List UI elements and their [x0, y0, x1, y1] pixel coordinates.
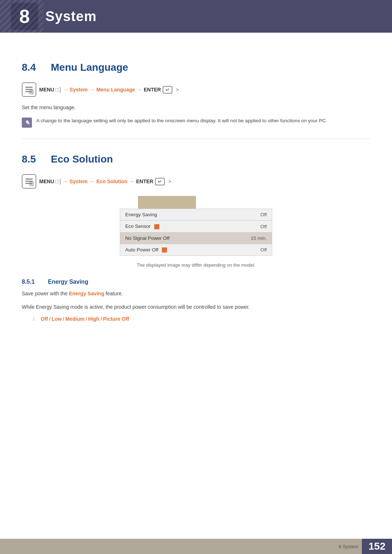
- option-medium: Medium: [65, 316, 85, 322]
- section-divider: [22, 139, 370, 139]
- section-85-title: Eco Solution: [51, 153, 113, 165]
- eco-menu-value-autopoweroff: Off: [222, 244, 272, 255]
- nav-menu-label: MENU: [39, 87, 54, 93]
- image-note: The displayed image may differ depending…: [22, 262, 370, 268]
- nav-enter-label-2: ENTER: [136, 178, 153, 184]
- option-off: Off: [41, 316, 48, 322]
- section-85-nav: m MENU □ ] → System → Eco Solution → ENT…: [22, 174, 370, 189]
- nav-gt: >: [176, 87, 179, 93]
- nav-arrow-1: →: [63, 87, 68, 93]
- eco-menu-container: Energy Saving Off Eco Sensor Off No Sign…: [120, 196, 272, 256]
- subsection-851-desc1: Save power with the Energy Saving featur…: [22, 290, 370, 297]
- svg-text:m: m: [30, 183, 33, 186]
- section-84-description: Set the menu language.: [22, 103, 370, 111]
- section-84-nav: m MENU □ ] → System → Menu Language → EN…: [22, 82, 370, 97]
- eco-menu-label-autopoweroff: Auto Power Off: [120, 244, 222, 255]
- main-content: 8.4 Menu Language m MENU □ ] → System → …: [0, 33, 392, 354]
- eco-menu-label-nosignal: No Signal Power Off: [120, 232, 222, 244]
- footer-page-number: 152: [362, 539, 392, 554]
- nav-enter-icon-2: ↵: [155, 178, 165, 185]
- svg-rect-0: [25, 87, 33, 88]
- section-85-heading: 8.5 Eco Solution: [22, 153, 370, 165]
- option-picture-off: Picture Off: [103, 316, 129, 322]
- nav-link-ecosol: Eco Solution: [96, 178, 127, 184]
- eco-menu-row-autopoweroff: Auto Power Off Off: [120, 244, 272, 255]
- nav-arrow-3: →: [137, 87, 142, 93]
- section-84-note: ✎ A change to the language setting will …: [22, 117, 370, 128]
- eco-menu-row-ecosensor: Eco Sensor Off: [120, 221, 272, 232]
- nav-link-system: System: [70, 87, 88, 93]
- section-85-number: 8.5: [22, 153, 44, 165]
- eco-menu-table: Energy Saving Off Eco Sensor Off No Sign…: [120, 209, 272, 256]
- nav-bracket-2: ]: [60, 178, 61, 184]
- svg-text:m: m: [30, 91, 33, 94]
- note-icon: ✎: [22, 118, 32, 128]
- eco-menu-image: Energy Saving Off Eco Sensor Off No Sign…: [22, 196, 370, 256]
- note-text: A change to the language setting will on…: [36, 117, 327, 125]
- nav-menu-label-2: MENU: [39, 178, 54, 184]
- nav-arrow-2: →: [89, 87, 94, 93]
- nav-enter-icon: ↵: [163, 86, 172, 94]
- option-low: Low: [52, 316, 62, 322]
- chapter-title: System: [45, 9, 97, 24]
- menu-icon-2: m: [22, 174, 36, 189]
- option-high: High: [88, 316, 99, 322]
- page-header: 8 System: [0, 0, 392, 33]
- auto-power-bar: [162, 247, 167, 253]
- section-84-heading: 8.4 Menu Language: [22, 62, 370, 73]
- svg-rect-5: [25, 178, 33, 180]
- eco-menu-top-bar: [138, 196, 196, 209]
- page-footer: 8 System 152: [0, 539, 392, 554]
- energy-saving-bold: Energy Saving: [69, 291, 104, 296]
- eco-sensor-bar: [154, 224, 159, 229]
- eco-menu-label-energy: Energy Saving: [120, 209, 222, 221]
- eco-menu-row-energy: Energy Saving Off: [120, 209, 272, 221]
- eco-menu-label-ecosensor: Eco Sensor: [120, 221, 222, 232]
- energy-saving-options: Off / Low / Medium / High / Picture Off: [33, 316, 370, 322]
- subsection-851-heading: 8.5.1 Energy Saving: [22, 279, 370, 285]
- nav-arrow-2b: →: [89, 178, 94, 184]
- nav-bracket-open-2: □: [55, 178, 58, 184]
- nav-arrow-1b: →: [63, 178, 68, 184]
- section-84-title: Menu Language: [51, 62, 128, 73]
- subsection-851-number: 8.5.1: [22, 279, 44, 285]
- subsection-851-title: Energy Saving: [48, 279, 88, 285]
- nav-enter-label: ENTER: [144, 87, 161, 93]
- footer-label: 8 System: [339, 544, 358, 549]
- nav-link-system-2: System: [70, 178, 88, 184]
- nav-gt-2: >: [168, 178, 171, 184]
- options-list-item: Off / Low / Medium / High / Picture Off: [33, 316, 370, 322]
- menu-icon: m: [22, 82, 36, 97]
- chapter-number: 8: [11, 3, 38, 30]
- nav-bracket-open: □: [55, 87, 58, 93]
- eco-menu-value-ecosensor: Off: [222, 221, 272, 232]
- nav-arrow-3b: →: [129, 178, 134, 184]
- section-84-number: 8.4: [22, 62, 44, 73]
- eco-menu-row-nosignal: No Signal Power Off 15 min.: [120, 232, 272, 244]
- nav-link-menulang: Menu Language: [96, 87, 135, 93]
- nav-bracket: ]: [60, 87, 61, 93]
- eco-menu-value-nosignal: 15 min.: [222, 232, 272, 244]
- subsection-851-desc2: While Energy Saving mode is active, the …: [22, 303, 370, 311]
- eco-menu-value-energy: Off: [222, 209, 272, 221]
